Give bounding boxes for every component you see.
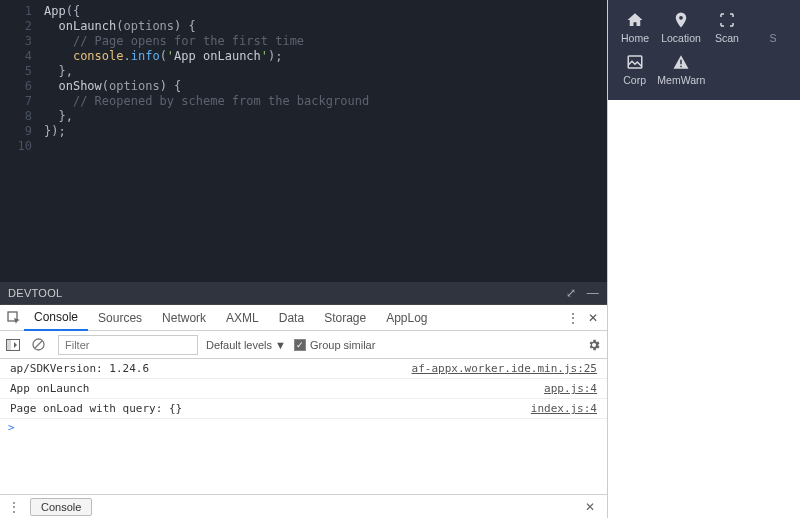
nav-memwarn[interactable]: MemWarn xyxy=(657,48,705,90)
code-editor[interactable]: 1 2 3 4 5 6 7 8 9 10 App({ onLaunch(opti… xyxy=(0,0,607,282)
minimize-icon[interactable]: — xyxy=(587,286,599,300)
devtool-header: DEVTOOL ⤢ — xyxy=(0,282,607,304)
tab-console[interactable]: Console xyxy=(24,305,88,331)
nav-more[interactable]: S xyxy=(750,6,796,48)
svg-rect-2 xyxy=(7,339,11,350)
editor-gutter: 1 2 3 4 5 6 7 8 9 10 xyxy=(0,0,40,282)
tab-network[interactable]: Network xyxy=(152,305,216,331)
console-prompt[interactable]: > xyxy=(0,419,607,436)
drawer-menu-icon[interactable]: ⋮ xyxy=(4,500,24,514)
image-icon xyxy=(625,52,645,72)
more-icon xyxy=(763,10,783,30)
drawer-close-icon[interactable]: ✕ xyxy=(577,500,603,514)
home-icon xyxy=(625,10,645,30)
location-icon xyxy=(671,10,691,30)
log-level-dropdown[interactable]: Default levels ▼ xyxy=(206,339,286,351)
simulator-nav: Home Location Scan S Corp xyxy=(608,0,800,100)
log-row: Page onLoad with query: {} index.js:4 xyxy=(0,399,607,419)
log-message: Page onLoad with query: {} xyxy=(10,402,182,415)
nav-home[interactable]: Home xyxy=(612,6,658,48)
log-row: App onLaunch app.js:4 xyxy=(0,379,607,399)
scan-icon xyxy=(717,10,737,30)
devtools-drawer: ⋮ Console ✕ xyxy=(0,494,607,518)
group-similar-checkbox[interactable]: ✓ Group similar xyxy=(294,339,375,351)
inspect-element-icon[interactable] xyxy=(4,311,24,325)
expand-icon[interactable]: ⤢ xyxy=(566,286,576,300)
log-source-link[interactable]: app.js:4 xyxy=(544,382,597,395)
nav-corp[interactable]: Corp xyxy=(612,48,657,90)
toggle-sidebar-icon[interactable] xyxy=(6,339,24,351)
editor-content[interactable]: App({ onLaunch(options) { // Page opens … xyxy=(40,0,607,282)
warning-icon xyxy=(671,52,691,72)
console-toolbar: Default levels ▼ ✓ Group similar xyxy=(0,331,607,359)
clear-console-icon[interactable] xyxy=(32,338,50,351)
simulator-viewport[interactable] xyxy=(608,100,800,518)
nav-location[interactable]: Location xyxy=(658,6,704,48)
devtools-panel: Console Sources Network AXML Data Storag… xyxy=(0,304,607,518)
nav-scan[interactable]: Scan xyxy=(704,6,750,48)
console-settings-icon[interactable] xyxy=(587,338,601,352)
close-devtools-icon[interactable]: ✕ xyxy=(583,311,603,325)
tab-applog[interactable]: AppLog xyxy=(376,305,437,331)
tab-storage[interactable]: Storage xyxy=(314,305,376,331)
svg-line-4 xyxy=(35,341,42,348)
log-message: ap/SDKVersion: 1.24.6 xyxy=(10,362,149,375)
simulator-panel: Home Location Scan S Corp xyxy=(607,0,800,518)
console-log[interactable]: ap/SDKVersion: 1.24.6 af-appx.worker.ide… xyxy=(0,359,607,494)
devtool-title: DEVTOOL xyxy=(8,287,62,299)
tab-sources[interactable]: Sources xyxy=(88,305,152,331)
tab-axml[interactable]: AXML xyxy=(216,305,269,331)
devtools-tabstrip: Console Sources Network AXML Data Storag… xyxy=(0,305,607,331)
console-filter-input[interactable] xyxy=(58,335,198,355)
log-row: ap/SDKVersion: 1.24.6 af-appx.worker.ide… xyxy=(0,359,607,379)
log-source-link[interactable]: index.js:4 xyxy=(531,402,597,415)
kebab-menu-icon[interactable]: ⋮ xyxy=(563,311,583,325)
log-source-link[interactable]: af-appx.worker.ide.min.js:25 xyxy=(412,362,597,375)
log-message: App onLaunch xyxy=(10,382,89,395)
tab-data[interactable]: Data xyxy=(269,305,314,331)
drawer-tab-console[interactable]: Console xyxy=(30,498,92,516)
